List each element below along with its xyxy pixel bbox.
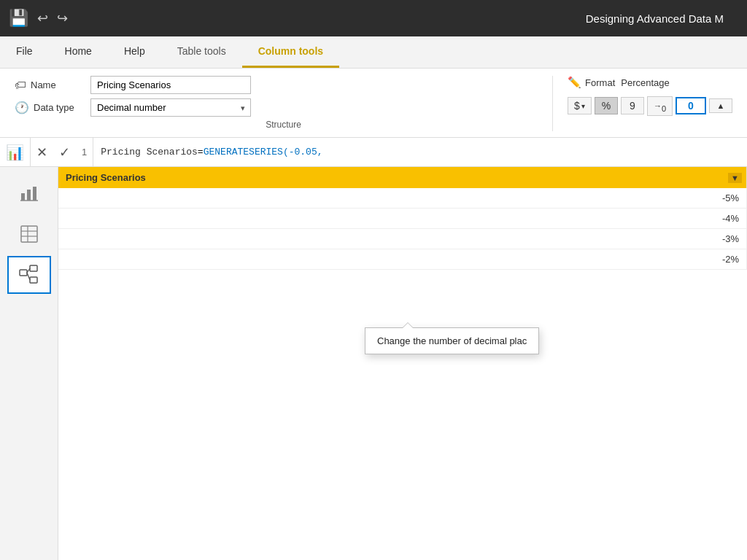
table-row: -2% [58,249,747,270]
column-dropdown-btn[interactable]: ▼ [728,173,742,183]
menu-table-tools[interactable]: Table tools [161,36,242,68]
svg-rect-9 [30,265,37,271]
formula-line-number: 1 [76,138,93,166]
dollar-btn[interactable]: $ ▾ [568,97,592,114]
cell-row1: -5% [58,188,747,209]
sidebar [0,167,58,560]
formula-equals: = [198,147,204,158]
menu-home[interactable]: Home [49,36,108,68]
data-area: Pricing Scenarios ▼ -5% -4% -3% -2% [58,167,747,560]
datatype-select-wrap: Decimal number Whole number Text Date Bo… [90,98,251,117]
format-value: Percentage [621,77,670,88]
cell-row4: -2% [58,249,747,270]
svg-rect-1 [27,190,31,201]
name-row: 🏷 Name [15,76,552,94]
datatype-icon: 🕐 [15,101,29,114]
datatype-label: 🕐 Data type [15,101,80,114]
save-icon[interactable]: 💾 [9,9,28,28]
format-icon-label: ✏️ Format [568,76,615,89]
formula-bar: 📊 ✕ ✓ 1 Pricing Scenarios = GENERATESERI… [0,138,747,167]
name-label: 🏷 Name [15,79,80,92]
decimal-btn[interactable]: →0 [647,96,673,116]
data-table: Pricing Scenarios ▼ -5% -4% -3% -2% [58,167,747,270]
comma-btn[interactable]: 9 [621,97,644,114]
table-icon [19,224,39,244]
redo-icon[interactable]: ↪ [57,10,68,26]
cell-row2: -4% [58,209,747,229]
title-bar: 💾 ↩ ↪ Designing Advanced Data M [0,0,747,36]
decimal-tooltip: Change the number of decimal plac [365,327,539,354]
name-input[interactable] [90,76,251,94]
formula-var-name: Pricing Scenarios [101,147,198,158]
sidebar-model-btn[interactable] [7,256,51,294]
decimal-places-input[interactable] [676,97,706,114]
menu-bar: File Home Help Table tools Column tools [0,36,747,69]
main-content: Pricing Scenarios ▼ -5% -4% -3% -2% [0,167,747,560]
formula-chart-icon: 📊 [6,144,24,161]
cell-row3: -3% [58,229,747,249]
menu-file[interactable]: File [0,36,49,68]
format-section: ✏️ Format Percentage [568,76,732,89]
name-icon: 🏷 [15,79,26,92]
format-icon: ✏️ [568,76,581,89]
structure-label: Structure [15,117,552,131]
svg-rect-4 [21,226,37,242]
svg-rect-8 [20,270,27,276]
formula-bar-left: 📊 [0,138,31,166]
svg-rect-10 [30,277,37,283]
formula-confirm-btn[interactable]: ✓ [53,141,76,163]
formula-cancel-btn[interactable]: ✕ [31,141,53,163]
number-format-row: $ ▾ % 9 →0 ▲ [568,96,732,116]
table-row: -3% [58,229,747,249]
ribbon-left: 🏷 Name 🕐 Data type Decimal number Whole … [15,76,552,131]
app-title: Designing Advanced Data M [586,12,724,25]
table-row: -5% [58,188,747,209]
sidebar-chart-btn[interactable] [7,174,51,212]
svg-rect-2 [33,187,36,201]
tooltip-text: Change the number of decimal plac [377,335,527,346]
chart-icon [19,183,39,203]
percent-btn[interactable]: % [595,97,618,114]
datatype-select[interactable]: Decimal number Whole number Text Date Bo… [90,98,251,117]
svg-line-12 [27,273,30,280]
menu-column-tools[interactable]: Column tools [242,36,339,68]
formula-fn-name: GENERATESERIES(-0.05, [204,147,323,158]
menu-help[interactable]: Help [108,36,161,68]
ribbon: 🏷 Name 🕐 Data type Decimal number Whole … [0,69,747,138]
decimal-up-btn[interactable]: ▲ [709,98,732,113]
datatype-row: 🕐 Data type Decimal number Whole number … [15,98,552,117]
svg-rect-0 [21,193,25,201]
model-icon [18,264,40,286]
undo-icon[interactable]: ↩ [37,10,48,26]
sidebar-table-btn[interactable] [7,215,51,253]
ribbon-right: ✏️ Format Percentage $ ▾ % 9 →0 ▲ [552,76,732,131]
formula-expression: Pricing Scenarios = GENERATESERIES(-0.05… [93,147,747,158]
table-row: -4% [58,209,747,229]
column-header[interactable]: Pricing Scenarios ▼ [58,167,747,188]
